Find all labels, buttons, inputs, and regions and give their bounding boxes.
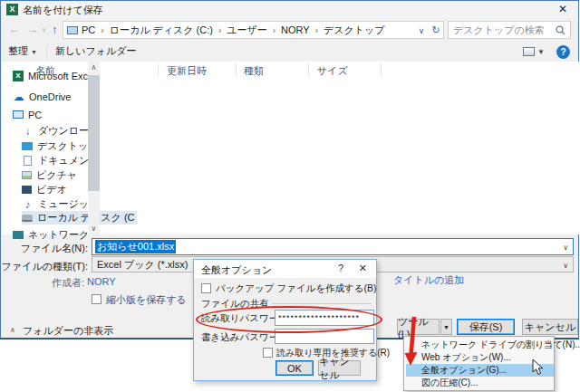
desktop-icon [22, 142, 33, 150]
add-title-link[interactable]: タイトルの追加 [393, 273, 464, 287]
chevron-down-icon[interactable]: ∨ [563, 262, 568, 270]
breadcrumb-separator: › [314, 25, 320, 35]
sidebar-item-label: OneDrive [29, 91, 71, 102]
sidebar-item-label: ビデオ [36, 183, 67, 196]
column-header-type[interactable]: 種類 [244, 64, 264, 78]
up-icon[interactable]: ↑ [52, 23, 58, 36]
organize-button[interactable]: 整理 ▼ [8, 44, 37, 58]
general-options-dialog: 全般オプション ? ✕ バックアップ ファイルを作成する(B) ファイルの共有 … [193, 259, 377, 381]
sidebar-item-label: Microsoft Excel [28, 71, 96, 81]
breadcrumb-separator: › [271, 25, 277, 35]
breadcrumb-segment[interactable]: ローカル ディスク (C:) [110, 24, 213, 37]
filetype-label: ファイルの種類(T): [1, 260, 88, 273]
scroll-down-icon[interactable]: ∨ [88, 223, 100, 234]
screen: X 名前を付けて保存 ✕ ← → ∨ ↑ PC › ローカル ディスク (C:)… [0, 0, 580, 392]
window-title: 名前を付けて保存 [23, 4, 103, 17]
views-caret-icon[interactable]: ▼ [537, 48, 545, 56]
disk-icon [22, 215, 33, 222]
dialog-cancel-button[interactable]: キャンセル [318, 360, 361, 376]
recent-locations-icon[interactable]: ∨ [42, 26, 46, 33]
sidebar-item-network[interactable]: ネットワーク [13, 228, 89, 242]
file-sharing-group-label: ファイルの共有 [201, 298, 269, 311]
tools-dropdown-icon[interactable]: ▼ [440, 319, 452, 335]
dialog-ok-button[interactable]: OK [276, 360, 314, 376]
toolbar-divider [46, 45, 47, 59]
author-value-link[interactable]: NORY [87, 276, 116, 287]
sidebar-scrollbar[interactable]: ∧ ∨ [88, 62, 100, 234]
close-icon[interactable]: ✕ [549, 1, 576, 17]
menu-item-web-options[interactable]: Web オプション(W)... [406, 351, 554, 364]
save-thumbnail-checkbox[interactable] [92, 294, 102, 304]
breadcrumb-segment[interactable]: NORY [281, 24, 310, 35]
chevron-up-icon[interactable]: ∧ [10, 326, 15, 334]
organize-label: 整理 [8, 45, 28, 56]
tools-menu: ネットワーク ドライブの割り当て(N)... Web オプション(W)... 全… [403, 336, 555, 391]
sidebar-item-label: ピクチャ [36, 168, 77, 182]
document-icon [24, 156, 32, 166]
readonly-recommend-checkbox[interactable] [263, 348, 273, 358]
dialog-title-bar: 全般オプション ? ✕ [194, 260, 376, 278]
chevron-down-icon[interactable]: ∨ [563, 244, 568, 252]
sidebar-item-local-disk-c[interactable]: ローカル ディスク (C [22, 211, 137, 225]
author-label: 作成者: [52, 276, 84, 290]
tools-button[interactable]: ツール(L) [397, 319, 440, 335]
write-password-input[interactable] [275, 329, 374, 344]
save-button[interactable]: 保存(S) [457, 319, 515, 335]
column-header-modified[interactable]: 更新日時 [167, 64, 207, 78]
dialog-close-icon[interactable]: ✕ [359, 263, 367, 274]
address-dropdown-icon[interactable]: ∨ [414, 21, 429, 39]
breadcrumb-segment[interactable]: PC [82, 24, 95, 35]
hide-folders-button[interactable]: フォルダーの非表示 [23, 324, 113, 338]
excel-app-icon: X [6, 4, 18, 15]
excel-icon: X [13, 71, 24, 81]
filename-label: ファイル名(N): [1, 242, 88, 255]
menu-item-map-network-drive[interactable]: ネットワーク ドライブの割り当て(N)... [406, 339, 554, 351]
views-icon[interactable] [523, 47, 535, 56]
new-folder-button[interactable]: 新しいフォルダー [55, 44, 137, 58]
breadcrumb-segment[interactable]: デスクトップ [324, 24, 385, 37]
cancel-button[interactable]: キャンセル [522, 319, 578, 335]
sidebar-item-pictures[interactable]: ピクチャ [22, 168, 77, 182]
sidebar-item-desktop[interactable]: デスクトップ [22, 139, 99, 153]
dialog-title: 全般オプション [201, 263, 272, 277]
save-thumbnail-label: 縮小版を保存する [106, 293, 187, 307]
scroll-up-icon[interactable]: ∧ [88, 62, 100, 73]
column-divider[interactable] [381, 63, 382, 77]
dialog-help-icon[interactable]: ? [338, 263, 343, 273]
sidebar-item-label: PC [28, 110, 42, 120]
sidebar-item-videos[interactable]: ビデオ [22, 183, 67, 196]
help-icon[interactable]: ? [556, 45, 570, 59]
search-placeholder: デスクトップの検索 [453, 24, 545, 37]
title-bar: X 名前を付けて保存 ✕ [1, 1, 578, 18]
sidebar-item-microsoft-excel[interactable]: X Microsoft Excel [13, 69, 96, 82]
file-list-area: 名前 更新日時 種類 サイズ X Microsoft Excel ☁ OneDr… [2, 62, 579, 234]
read-password-input[interactable]: ******************** [275, 310, 374, 326]
filetype-value: Excel ブック (*.xlsx) [97, 258, 188, 272]
filename-input[interactable]: お知らせ001.xlsx ∨ [92, 238, 574, 255]
sidebar-item-pc[interactable]: PC [13, 108, 42, 121]
breadcrumb-segment[interactable]: ユーザー [227, 24, 267, 37]
breadcrumb-separator: › [99, 25, 105, 35]
search-icon [556, 25, 566, 35]
refresh-icon[interactable]: ↻ [429, 21, 444, 39]
column-header-size[interactable]: サイズ [317, 64, 348, 78]
column-divider[interactable] [308, 63, 309, 77]
sidebar-item-label: ネットワーク [28, 228, 89, 242]
sidebar-item-label: ローカル ディスク (C [37, 211, 135, 225]
scrollbar-thumb[interactable] [88, 75, 100, 191]
breadcrumb-separator: › [217, 25, 223, 35]
menu-item-general-options[interactable]: 全般オプション(G)... [406, 364, 554, 377]
forward-icon[interactable]: → [26, 23, 38, 36]
backup-file-label: バックアップ ファイルを作成する(B) [216, 282, 377, 295]
column-divider[interactable] [158, 63, 159, 77]
back-icon[interactable]: ← [8, 23, 20, 36]
music-icon: ♪ [22, 198, 34, 210]
menu-item-compress-pictures[interactable]: 図の圧縮(C)... [406, 377, 554, 389]
backup-file-checkbox[interactable] [201, 283, 211, 293]
column-divider[interactable] [236, 63, 237, 77]
onedrive-icon: ☁ [13, 91, 24, 102]
search-input[interactable]: デスクトップの検索 [448, 21, 571, 39]
address-bar[interactable]: PC › ローカル ディスク (C:) › ユーザー › NORY › デスクト… [63, 21, 414, 39]
group-divider [272, 303, 372, 304]
sidebar-item-onedrive[interactable]: ☁ OneDrive [13, 90, 71, 103]
